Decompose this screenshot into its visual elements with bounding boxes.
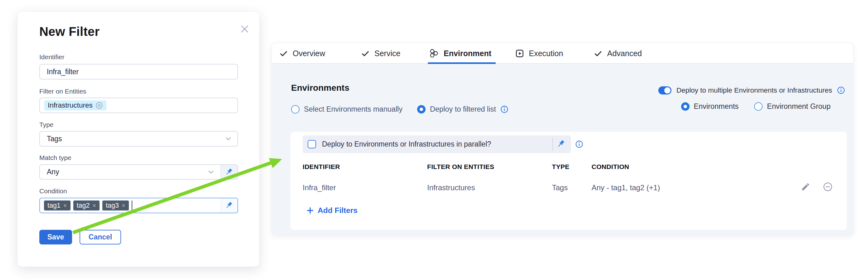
- info-icon[interactable]: [575, 140, 583, 148]
- cell-filter-on-entities: Infrastructures: [427, 183, 475, 193]
- identifier-label: Identifier: [39, 53, 65, 61]
- tab-environment[interactable]: Environment: [429, 43, 491, 64]
- modal-title: New Filter: [39, 25, 99, 39]
- radio-label: Deploy to filtered list: [430, 105, 496, 113]
- tab-advanced[interactable]: Advanced: [594, 43, 642, 64]
- environment-scope-radios: Environments Environment Group: [681, 102, 831, 111]
- plus-icon: [306, 206, 314, 214]
- radio-environments[interactable]: [681, 102, 689, 111]
- environment-icon: [429, 49, 439, 58]
- remove-tag-icon[interactable]: ×: [63, 202, 67, 209]
- column-header-filter-on-entities: FILTER ON ENTITIES: [427, 163, 494, 171]
- tag-label: tag1: [48, 202, 61, 210]
- entity-chip-label: Infrastructures: [48, 101, 93, 109]
- column-header-type: TYPE: [552, 163, 569, 171]
- tab-label: Service: [374, 49, 400, 58]
- match-type-select[interactable]: Any: [39, 164, 238, 180]
- tab-label: Execution: [529, 49, 563, 58]
- execution-icon: [515, 49, 524, 58]
- pipeline-stage-panel: Overview Service Environment Execution: [272, 43, 853, 235]
- tab-label: Advanced: [607, 49, 642, 58]
- cell-type: Tags: [552, 183, 568, 193]
- environments-heading: Environments: [291, 83, 349, 93]
- radio-icon[interactable]: [417, 105, 426, 113]
- check-icon: [361, 49, 370, 58]
- parallel-deploy-checkbox[interactable]: [308, 140, 316, 148]
- cell-condition: Any - tag1, tag2 (+1): [592, 183, 660, 193]
- radio-label: Select Environments manually: [304, 105, 402, 113]
- filter-on-entities-label: Filter on Entities: [39, 88, 86, 95]
- match-type-label: Match type: [39, 154, 71, 162]
- pin-icon[interactable]: [221, 198, 238, 213]
- deploy-multiple-toggle[interactable]: [658, 86, 672, 95]
- pin-icon[interactable]: [557, 139, 566, 149]
- chevron-down-icon: [207, 168, 215, 176]
- remove-chip-icon[interactable]: [95, 102, 103, 109]
- radio-icon[interactable]: [291, 105, 300, 113]
- radio-label: Environments: [694, 102, 739, 111]
- info-icon[interactable]: [500, 105, 508, 113]
- tab-service[interactable]: Service: [361, 43, 400, 64]
- check-icon: [279, 49, 288, 58]
- type-value: Tags: [40, 135, 62, 143]
- identifier-input[interactable]: Infra_filter: [39, 64, 238, 79]
- tab-overview[interactable]: Overview: [279, 43, 325, 64]
- tag-label: tag2: [77, 202, 90, 210]
- condition-input[interactable]: tag1 × tag2 × tag3 ×: [39, 198, 238, 213]
- parallel-deploy-bar: Deploy to Environments or Infrastructure…: [303, 135, 571, 153]
- column-header-condition: CONDITION: [592, 163, 629, 171]
- condition-tag-chip: tag3 ×: [102, 201, 129, 210]
- identifier-value: Infra_filter: [40, 68, 79, 76]
- radio-deploy-to-filtered-list[interactable]: Deploy to filtered list: [417, 105, 508, 113]
- match-type-value: Any: [40, 168, 59, 176]
- toggle-knob: [664, 87, 671, 94]
- remove-tag-icon[interactable]: ×: [122, 202, 125, 209]
- add-filters-button[interactable]: Add Filters: [306, 206, 358, 215]
- column-header-identifier: IDENTIFIER: [303, 163, 340, 171]
- condition-label: Condition: [39, 187, 67, 195]
- condition-tag-chip: tag1 ×: [44, 201, 70, 210]
- tab-label: Environment: [444, 49, 491, 58]
- entity-chip: Infrastructures: [44, 100, 106, 110]
- filters-card: Deploy to Environments or Infrastructure…: [290, 132, 847, 230]
- add-filters-label: Add Filters: [318, 206, 358, 215]
- cell-identifier: Infra_filter: [303, 183, 336, 193]
- chevron-down-icon: [224, 135, 232, 143]
- tab-execution[interactable]: Execution: [515, 43, 563, 64]
- save-button[interactable]: Save: [39, 230, 72, 244]
- tag-label: tag3: [106, 202, 119, 210]
- active-tab-indicator: [428, 62, 496, 64]
- filter-on-entities-input[interactable]: Infrastructures: [39, 98, 238, 113]
- condition-tag-chip: tag2 ×: [73, 201, 100, 210]
- check-icon: [594, 49, 602, 58]
- type-select[interactable]: Tags: [39, 131, 238, 146]
- parallel-deploy-label: Deploy to Environments or Infrastructure…: [322, 135, 491, 153]
- close-icon[interactable]: [238, 23, 251, 35]
- info-icon[interactable]: [837, 86, 845, 94]
- stage-tab-bar: Overview Service Environment Execution: [272, 43, 853, 64]
- text-cursor: [132, 201, 133, 210]
- new-filter-modal: New Filter Identifier Infra_filter Filte…: [17, 11, 259, 267]
- toggle-label: Deploy to multiple Environments or Infra…: [676, 86, 832, 95]
- tab-label: Overview: [293, 49, 325, 58]
- cancel-button[interactable]: Cancel: [80, 230, 121, 244]
- multi-env-toggle-row: Deploy to multiple Environments or Infra…: [658, 86, 845, 95]
- divider: [552, 138, 553, 151]
- remove-tag-icon[interactable]: ×: [92, 202, 96, 209]
- radio-label: Environment Group: [767, 102, 831, 111]
- pin-icon[interactable]: [221, 165, 238, 179]
- radio-select-environments-manually[interactable]: Select Environments manually: [291, 105, 402, 113]
- type-label: Type: [39, 121, 54, 129]
- edit-pencil-icon[interactable]: [801, 182, 810, 191]
- remove-minus-icon[interactable]: [823, 182, 832, 191]
- radio-environment-group[interactable]: [754, 102, 763, 111]
